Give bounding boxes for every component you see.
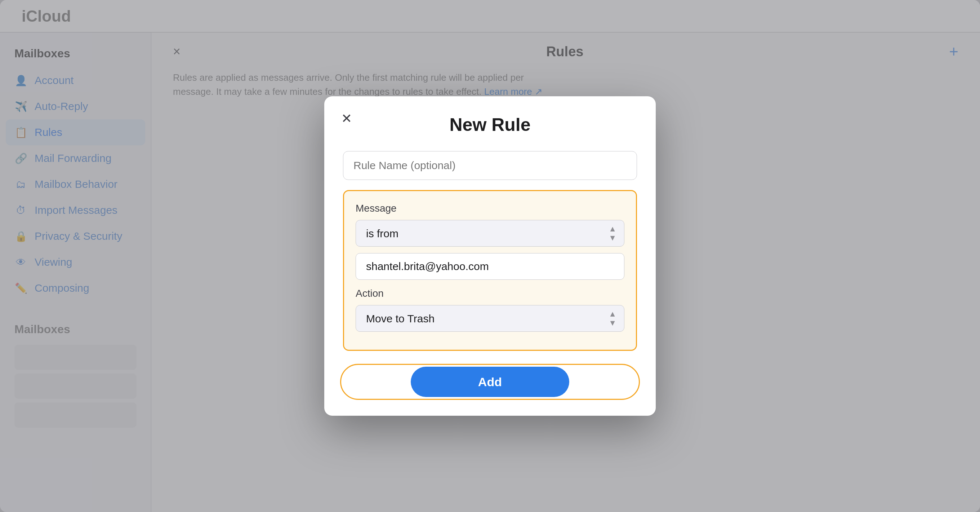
action-select-wrapper: Move to Trash Move to Folder Mark as Rea…: [356, 305, 624, 332]
action-dropdown[interactable]: Move to Trash Move to Folder Mark as Rea…: [356, 305, 624, 332]
condition-dropdown[interactable]: is from is not from subject contains sub…: [356, 220, 624, 247]
close-icon: ✕: [341, 111, 352, 126]
email-condition-input[interactable]: [356, 253, 624, 280]
modal-overlay: ✕ New Rule Message is from is not from s…: [0, 0, 980, 512]
condition-section: Message is from is not from subject cont…: [343, 190, 637, 351]
message-label: Message: [356, 203, 624, 214]
rule-name-input[interactable]: [343, 151, 637, 180]
add-button-wrapper: Add: [343, 367, 637, 397]
add-rule-button[interactable]: Add: [411, 367, 569, 397]
modal-close-button[interactable]: ✕: [337, 109, 356, 128]
modal-title: New Rule: [343, 114, 637, 135]
action-label: Action: [356, 288, 624, 299]
new-rule-modal: ✕ New Rule Message is from is not from s…: [324, 96, 656, 416]
condition-select-wrapper: is from is not from subject contains sub…: [356, 220, 624, 247]
